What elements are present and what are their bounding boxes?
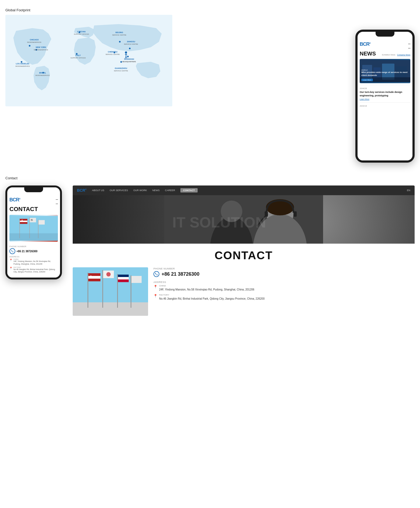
svg-point-1 xyxy=(29,45,30,47)
svg-rect-34 xyxy=(38,220,45,225)
bcr-logo: BCR® xyxy=(360,41,370,47)
learn-more-btn-1[interactable]: Learn More xyxy=(361,79,373,81)
contact-info-section: PHONE NUMBER +86 21 38726300 ADDRESS 📍 xyxy=(9,244,58,275)
contact-page-title: CONTACT xyxy=(73,249,415,262)
news-date-3: 20/4/19 xyxy=(360,105,410,107)
svg-rect-60 xyxy=(118,275,129,277)
learn-more-2[interactable]: Learn More xyxy=(360,98,410,100)
contact-hamburger-icon[interactable]: ⎯⎯ xyxy=(56,195,58,204)
world-map-svg xyxy=(5,15,172,106)
contact-bottom: ★ PHONE NUMBER xyxy=(73,267,415,316)
top-section: Global Footprint xyxy=(0,0,420,171)
map-label-la: LOS ANGELESDESIGN&SERVICE xyxy=(15,62,30,68)
svg-point-11 xyxy=(120,61,122,63)
desktop-contact-page: BCR® ABOUT US OUR SERVICES OUR WORK NEWS… xyxy=(73,185,415,316)
address-label-phone: ADDRESS xyxy=(9,256,58,258)
detail-addr-factory: 📍 Factory No.46 Jiangbin Rd, Binhai Indu… xyxy=(153,294,415,301)
pin-icon-factory: 📍 xyxy=(9,267,12,274)
svg-rect-47 xyxy=(73,302,148,316)
svg-rect-27 xyxy=(20,220,27,222)
detail-addr-factory-content: Factory No.46 Jiangbin Rd, Binhai Indust… xyxy=(159,294,265,301)
contact-phone-title: CONTACT xyxy=(9,206,58,213)
map-label-italy: ITALYSUPPORT OFFICES xyxy=(71,54,86,59)
contact-bcr-logo: BCR® xyxy=(9,197,20,203)
hamburger-icon[interactable]: ⎯⎯ xyxy=(408,40,410,48)
map-label-guangzhou: GUANGZHOUSERVICE CENTRE xyxy=(114,67,128,72)
svg-point-8 xyxy=(129,48,131,49)
svg-rect-63 xyxy=(131,276,142,283)
phone-header: BCR® ⎯⎯ xyxy=(360,39,410,51)
phone-number-label: PHONE NUMBER xyxy=(9,246,58,247)
news-card-text: 20/5/12 Who provides wide range of servi… xyxy=(361,69,409,82)
contact-phone-screen: BCR® ⎯⎯ CONTACT xyxy=(7,192,60,278)
map-label-chicago: CHICAGODESIGN&SERVICE xyxy=(27,38,41,44)
hero-svg: IT SOLUTION xyxy=(73,195,415,244)
contact-flags-image: ★ xyxy=(73,267,148,316)
map-label-beijing: BEIJINGSERVICE CENTRE xyxy=(112,31,127,36)
map-label-brazil: BRAZILDESIGN&SERVICE xyxy=(36,72,50,77)
news-big-title: NEWS xyxy=(360,51,376,57)
desktop-hero: IT SOLUTION xyxy=(73,195,415,244)
phone-icon-svg xyxy=(155,272,158,276)
news-tabs: Exhibition News Company News xyxy=(382,54,410,56)
map-label-newyork: NEW YORKDESIGN&SERVICE xyxy=(34,46,48,51)
detail-address-group: ADDRESS 📍 China 24F, Yindong Mansion, No… xyxy=(153,281,415,301)
svg-point-41 xyxy=(266,199,294,215)
svg-text:韩: 韩 xyxy=(31,219,33,221)
contact-section-label: Contact xyxy=(5,176,415,180)
detail-phone-label: PHONE NUMBER xyxy=(153,267,415,270)
detail-phone-icon xyxy=(153,271,159,277)
svg-point-10 xyxy=(127,56,129,57)
news-item-3: 20/4/19 xyxy=(360,102,410,110)
nav-about[interactable]: ABOUT US xyxy=(92,189,104,192)
desktop-nav: BCR® ABOUT US OUR SERVICES OUR WORK NEWS… xyxy=(73,185,415,195)
news-item-2: 20/4/28 Our turn-key services include de… xyxy=(360,85,410,102)
svg-rect-28 xyxy=(20,222,27,224)
map-container: Global Footprint xyxy=(5,8,172,106)
nav-career[interactable]: CAREER xyxy=(165,189,175,192)
desktop-nav-logo: BCR® xyxy=(77,188,87,192)
detail-pin-china: 📍 xyxy=(153,285,158,292)
svg-text:★: ★ xyxy=(90,275,92,278)
detail-phone-value: +86 21 38726300 xyxy=(153,271,415,277)
pin-icon-china: 📍 xyxy=(9,259,12,265)
phone-screen-news: BCR® ⎯⎯ NEWS Exhibition News Company New… xyxy=(358,37,412,160)
nav-news[interactable]: NEWS xyxy=(152,189,160,192)
nav-contact[interactable]: CONTACT xyxy=(180,188,197,192)
nav-language[interactable]: EN xyxy=(407,189,410,192)
phone-icon xyxy=(9,248,15,254)
svg-rect-49 xyxy=(102,270,103,308)
tab-company[interactable]: Company News xyxy=(397,54,410,56)
address-china-text: China 24F, Yindong Mansion, No.58 Xinxin… xyxy=(13,258,58,265)
svg-rect-35 xyxy=(9,233,58,241)
svg-rect-26 xyxy=(20,219,27,220)
svg-rect-43 xyxy=(293,211,297,217)
detail-pin-factory: 📍 xyxy=(153,294,158,301)
detail-phone-group: PHONE NUMBER +86 21 38726300 xyxy=(153,267,415,277)
contact-phone-notch xyxy=(24,187,43,192)
nav-work[interactable]: OUR WORK xyxy=(133,189,147,192)
detail-addr-china: 📍 China 24F, Yindong Mansion, No.58 Xinx… xyxy=(153,285,415,292)
svg-text:IT SOLUTION: IT SOLUTION xyxy=(172,214,266,231)
nav-services[interactable]: OUR SERVICES xyxy=(110,189,128,192)
svg-rect-55 xyxy=(88,279,100,281)
address-factory-text: Factory No.46 Jiangbin Rd, Binhai Indust… xyxy=(13,267,58,274)
contact-details-right: PHONE NUMBER +86 21 38726300 ADDRESS xyxy=(153,267,415,304)
news-card-headline-1: Who provides wide range of services to m… xyxy=(361,71,409,77)
map-label-jiangsu: JIANGSUSERVICE CENTRE xyxy=(124,40,138,45)
svg-rect-51 xyxy=(131,275,131,308)
svg-rect-48 xyxy=(88,273,88,308)
contact-content: BCR® ⎯⎯ CONTACT xyxy=(5,185,415,316)
news-phone-mockup: BCR® ⎯⎯ NEWS Exhibition News Company New… xyxy=(355,30,415,163)
hero-person-bg: IT SOLUTION xyxy=(73,195,415,244)
news-card-featured: 20/5/12 Who provides wide range of servi… xyxy=(360,59,410,83)
news-title-row: NEWS Exhibition News Company News xyxy=(360,51,410,57)
flags-svg: ★ 韩 xyxy=(9,215,58,242)
tab-exhibition[interactable]: Exhibition News xyxy=(382,54,396,56)
phone-svg xyxy=(11,250,14,253)
map-label-chengdu: CHENGDUSERVICE CENTRE xyxy=(106,51,120,56)
svg-point-7 xyxy=(119,41,121,43)
news-title-2: Our turn-key services include design eng… xyxy=(360,90,410,97)
svg-rect-50 xyxy=(117,274,118,308)
map-label-czechia: CZECHIASUPPORT OFFICES xyxy=(74,30,89,36)
